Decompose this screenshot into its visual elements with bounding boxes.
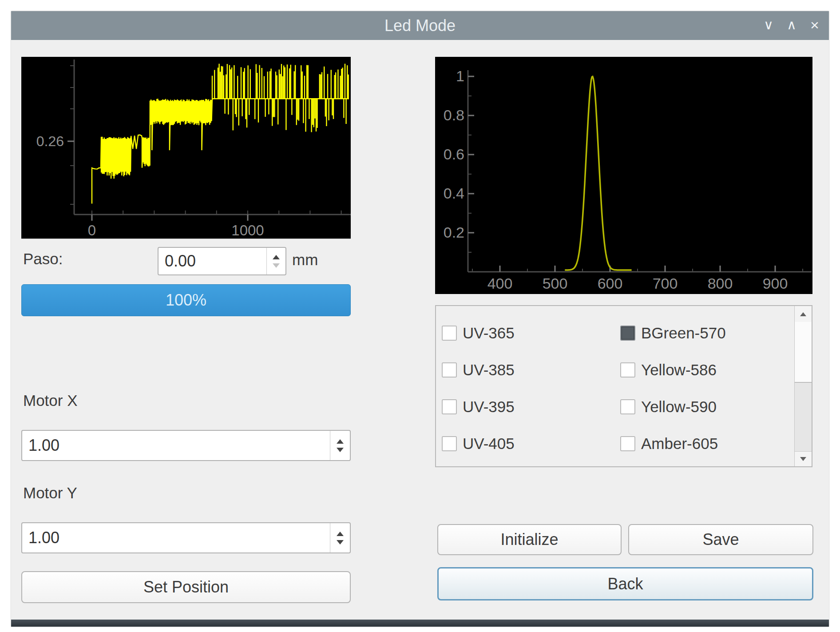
back-button[interactable]: Back — [437, 567, 813, 600]
checkbox-unchecked[interactable] — [620, 399, 635, 414]
checkbox-unchecked[interactable] — [442, 362, 457, 378]
scrollbar-thumb[interactable] — [795, 322, 812, 383]
spinner-down-icon[interactable] — [273, 263, 280, 268]
svg-text:0.2: 0.2 — [444, 224, 464, 241]
spinner-down-icon[interactable] — [337, 540, 344, 545]
scrollbar-track[interactable] — [795, 383, 812, 452]
motor-x-label: Motor X — [23, 392, 78, 409]
led-checkbox-label: UV-395 — [463, 398, 515, 416]
led-checkbox-label: UV-405 — [463, 435, 515, 453]
svg-text:400: 400 — [487, 275, 513, 292]
paso-unit-label: mm — [292, 251, 318, 269]
paso-spinbox[interactable]: 0.00 — [158, 247, 286, 275]
led-checkbox-label: Amber-605 — [641, 435, 718, 453]
svg-text:700: 700 — [653, 275, 678, 292]
scrollbar-up-button[interactable] — [795, 306, 812, 322]
led-checkbox-label: UV-385 — [463, 361, 515, 379]
close-button[interactable]: × — [803, 11, 826, 40]
close-icon: × — [810, 16, 819, 33]
svg-text:1000: 1000 — [231, 222, 264, 238]
shade-button[interactable]: ∨ — [757, 11, 780, 40]
checkbox-unchecked[interactable] — [620, 362, 635, 378]
svg-text:500: 500 — [543, 275, 568, 292]
back-label: Back — [607, 575, 643, 593]
initialize-button[interactable]: Initialize — [437, 524, 622, 555]
paso-value: 0.00 — [165, 248, 196, 274]
motor-y-spinner[interactable] — [330, 523, 350, 553]
progress-label: 100% — [22, 285, 350, 316]
scan-signal-series — [92, 64, 349, 203]
led-list: UV-365UV-385UV-395UV-405BGreen-570Yellow… — [436, 306, 812, 466]
chevron-down-icon: ∨ — [764, 17, 773, 32]
titlebar[interactable]: Led Mode ∨ ∧ × — [11, 11, 829, 40]
paso-label: Paso: — [23, 250, 63, 268]
progress-bar: 100% — [21, 284, 351, 316]
spectrum-series — [565, 76, 631, 270]
paso-spinner[interactable] — [266, 248, 285, 274]
spinner-up-icon[interactable] — [337, 439, 344, 444]
checkbox-unchecked[interactable] — [442, 399, 457, 414]
desktop: Led Mode ∨ ∧ × 0.2601000 Paso: 0.00 mm 1… — [0, 0, 840, 632]
checkbox-unchecked[interactable] — [442, 326, 457, 341]
led-checkbox-item[interactable]: UV-385 — [442, 361, 515, 379]
motor-x-spinbox[interactable]: 1.00 — [21, 430, 351, 461]
window-bottom-strip — [11, 620, 829, 627]
motor-x-value: 1.00 — [28, 431, 59, 460]
led-panel-scrollbar[interactable] — [794, 306, 812, 466]
led-checkbox-label: BGreen-570 — [641, 324, 726, 342]
motor-y-spinbox[interactable]: 1.00 — [21, 522, 351, 553]
led-checkbox-item[interactable]: UV-365 — [442, 324, 515, 342]
set-position-button[interactable]: Set Position — [21, 571, 351, 603]
led-checkbox-item[interactable]: UV-405 — [442, 435, 515, 453]
motor-y-value: 1.00 — [28, 523, 59, 553]
svg-text:0.26: 0.26 — [36, 133, 64, 149]
led-mode-window: Led Mode ∨ ∧ × 0.2601000 Paso: 0.00 mm 1… — [11, 11, 829, 627]
scan-chart-svg: 0.2601000 — [21, 57, 351, 238]
save-label: Save — [702, 530, 739, 549]
svg-text:0.4: 0.4 — [444, 185, 464, 202]
led-checkbox-label: Yellow-590 — [641, 398, 717, 416]
motor-y-label: Motor Y — [23, 484, 77, 502]
window-title: Led Mode — [11, 11, 829, 40]
led-checkbox-item[interactable]: Yellow-590 — [620, 398, 717, 416]
checkbox-checked[interactable] — [620, 326, 635, 341]
led-checkbox-item[interactable]: BGreen-570 — [620, 324, 726, 342]
checkbox-unchecked[interactable] — [620, 436, 635, 451]
motor-x-spinner[interactable] — [330, 431, 350, 460]
led-checkbox-item[interactable]: Yellow-586 — [620, 361, 717, 379]
spinner-up-icon[interactable] — [273, 255, 280, 259]
svg-text:0: 0 — [88, 222, 96, 238]
unshade-button[interactable]: ∧ — [780, 11, 803, 40]
svg-text:1: 1 — [456, 68, 464, 84]
initialize-label: Initialize — [500, 530, 558, 549]
svg-text:0.8: 0.8 — [444, 107, 464, 123]
spinner-up-icon[interactable] — [337, 532, 344, 536]
svg-text:900: 900 — [763, 275, 788, 292]
spinner-down-icon[interactable] — [337, 448, 344, 452]
scrollbar-down-button[interactable] — [795, 451, 812, 466]
chevron-up-icon: ∧ — [787, 17, 796, 32]
save-button[interactable]: Save — [628, 524, 813, 555]
scan-chart: 0.2601000 — [21, 57, 351, 239]
svg-text:800: 800 — [708, 275, 733, 292]
spectrum-chart: 0.20.40.60.81400500600700800900 — [435, 57, 812, 294]
led-checkbox-label: UV-365 — [463, 324, 515, 342]
led-checkbox-label: Yellow-586 — [641, 361, 717, 379]
led-panel: UV-365UV-385UV-395UV-405BGreen-570Yellow… — [435, 305, 812, 467]
scroll-down-icon — [800, 457, 806, 461]
set-position-label: Set Position — [143, 578, 229, 596]
svg-text:0.6: 0.6 — [444, 146, 464, 163]
spectrum-chart-svg: 0.20.40.60.81400500600700800900 — [435, 57, 812, 294]
scroll-up-icon — [800, 312, 806, 316]
led-checkbox-item[interactable]: UV-395 — [442, 398, 515, 416]
led-checkbox-item[interactable]: Amber-605 — [620, 435, 718, 453]
checkbox-unchecked[interactable] — [442, 436, 457, 451]
svg-text:600: 600 — [598, 275, 623, 292]
